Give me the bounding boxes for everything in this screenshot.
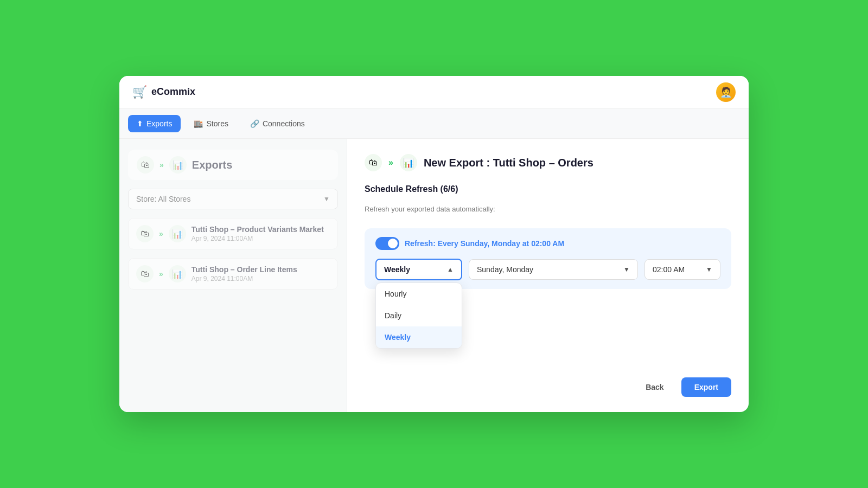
dropdown-item-daily[interactable]: Daily [376,305,462,326]
time-chevron-icon: ▼ [706,266,712,273]
time-select-value: 02:00 AM [653,265,685,274]
dropdown-item-hourly[interactable]: Hourly [376,283,462,305]
refresh-label: Refresh: Every Sunday, Monday at 02:00 A… [405,239,564,248]
app-window: 🛒 eCommix 🧑‍💼 ⬆ Exports 🏬 Stores 🔗 Conne… [119,76,749,412]
time-select[interactable]: 02:00 AM ▼ [644,259,720,280]
nav-label-connections: Connections [263,119,305,128]
main-content: 🛍 » 📊 New Export : Tutti Shop – Orders S… [347,139,749,412]
sidebar-overlay [119,139,347,412]
exports-icon: ⬆ [137,119,143,128]
dropdown-item-weekly[interactable]: Weekly [376,326,462,348]
nav-item-connections[interactable]: 🔗 Connections [241,115,314,132]
nav-item-exports[interactable]: ⬆ Exports [128,115,181,132]
frequency-select[interactable]: Weekly ▲ [375,259,462,280]
section-sub: Refresh your exported data automatically… [365,205,731,213]
nav-label-exports: Exports [146,119,172,128]
days-chevron-icon: ▼ [623,266,630,273]
connections-icon: 🔗 [250,119,259,128]
page-title: New Export : Tutti Shop – Orders [424,157,593,169]
refresh-box: Refresh: Every Sunday, Monday at 02:00 A… [365,228,731,289]
body: 🛍 » 📊 Exports Store: All Stores ▼ 🛍 » 📊 … [119,139,749,412]
top-bar: 🛒 eCommix 🧑‍💼 [119,76,749,108]
frequency-select-value: Weekly [384,265,410,274]
days-select[interactable]: Sunday, Monday ▼ [469,259,638,280]
controls-row: Weekly ▲ Hourly Daily Weekly Sunday, Mon… [375,259,720,280]
frequency-chevron-icon: ▲ [447,266,454,273]
app-name: eCommix [151,86,195,98]
nav-label-stores: Stores [206,119,228,128]
sidebar: 🛍 » 📊 Exports Store: All Stores ▼ 🛍 » 📊 … [119,139,347,412]
frequency-select-wrapper: Weekly ▲ Hourly Daily Weekly [375,259,462,280]
refresh-toggle[interactable] [375,237,399,250]
logo-icon: 🛒 [132,85,147,99]
logo-area: 🛒 eCommix [132,85,195,99]
main-sheets-icon: 📊 [400,154,417,171]
nav-bar: ⬆ Exports 🏬 Stores 🔗 Connections [119,108,749,139]
main-shopify-icon: 🛍 [365,154,382,171]
section-label: Schedule Refresh (6/6) [365,184,731,194]
main-arrow-icon: » [388,158,393,168]
frequency-dropdown-menu: Hourly Daily Weekly [375,282,462,349]
back-button[interactable]: Back [635,377,674,397]
footer-actions: Back Export [365,369,731,397]
stores-icon: 🏬 [194,119,203,128]
avatar[interactable]: 🧑‍💼 [716,82,736,102]
nav-item-stores[interactable]: 🏬 Stores [185,115,237,132]
days-select-value: Sunday, Monday [477,265,533,274]
main-header: 🛍 » 📊 New Export : Tutti Shop – Orders [365,154,731,171]
refresh-row: Refresh: Every Sunday, Monday at 02:00 A… [375,237,720,250]
export-button[interactable]: Export [681,377,731,397]
